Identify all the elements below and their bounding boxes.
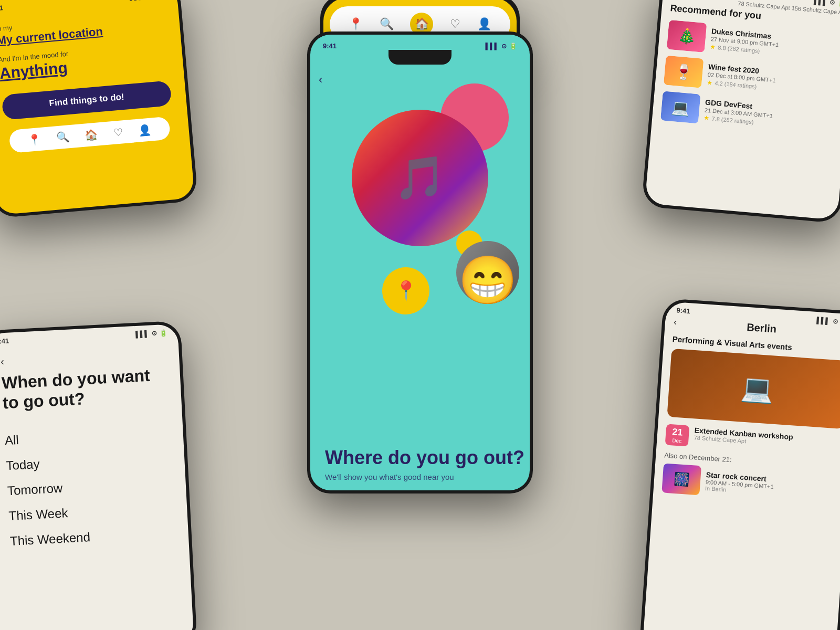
hero-laptop-icon: 💻 <box>740 372 775 405</box>
find-things-button[interactable]: Find things to do! <box>2 80 172 120</box>
status-icons-top-right: ▌▌▌ ⊙ 🔋 <box>814 0 840 7</box>
phone-bottom-right: 9:41 ▌▌▌ ⊙ 🔋 ‹ Berlin Performing & Visua… <box>639 298 840 630</box>
nav-heart-icon[interactable]: ♡ <box>113 125 123 139</box>
berlin-city-title: Berlin <box>747 321 777 335</box>
top-nav-heart-icon[interactable]: ♡ <box>450 17 460 31</box>
nav-profile-icon[interactable]: 👤 <box>138 123 152 136</box>
event-thumb-2: 🍷 <box>664 56 704 88</box>
event-img-1: 🎄 <box>667 20 707 52</box>
status-time-yellow: 9:41 <box>0 4 4 13</box>
top-nav-search-icon[interactable]: 🔍 <box>380 17 394 31</box>
person-image-circle: 😁 <box>456 241 519 304</box>
phone-center: 9:41 ▌▌▌ ⊙ 🔋 ‹ 🎵 😁 📍 Where do you go out… <box>307 32 533 494</box>
concert-info: Star rock concert 9:00 AM - 5:00 pm GMT+… <box>705 470 774 496</box>
event-img-2: 🍷 <box>664 56 704 88</box>
event-img-3: 💻 <box>660 91 701 123</box>
star-icon-3: ★ <box>704 114 710 122</box>
recommend-content: 78 Schultz Cape Apt 156 Schultz Cape Apt… <box>652 0 840 136</box>
when-options-list: All Today Tomorrow This Week This Weeken… <box>4 419 174 554</box>
phone-top-right: 9:41 ▌▌▌ ⊙ 🔋 78 Schultz Cape Apt 156 Sch… <box>642 0 840 224</box>
event-info-2: Wine fest 2020 02 Dec at 8:00 pm GMT+1 ★… <box>707 62 840 97</box>
status-icons-center: ▌▌▌ ⊙ 🔋 <box>485 43 517 50</box>
location-pin-yellow: 📍 <box>382 267 429 314</box>
event-info-1: Dukes Christmas 27 Nov at 9:00 pm GMT+1 … <box>710 27 840 62</box>
event-thumb-3: 💻 <box>660 91 701 123</box>
star-icon-1: ★ <box>710 43 716 50</box>
phone-yellow: 9:41 ▌▌▌ wifi 🔋 In my My current locatio… <box>0 0 198 218</box>
status-time-bottom-left: 9:41 <box>0 337 9 345</box>
kanban-info: Extended Kanban workshop 78 Schultz Cape… <box>694 426 793 447</box>
when-content: ‹ When do you want to go out? All Today … <box>0 338 190 563</box>
status-icons-bottom-left: ▌▌▌ ⊙ 🔋 <box>135 329 167 338</box>
date-badge: 21 Dec <box>665 424 690 447</box>
status-time-bottom-right: 9:41 <box>676 306 690 315</box>
nav-search-icon[interactable]: 🔍 <box>56 130 70 144</box>
when-title: When do you want to go out? <box>1 364 167 413</box>
event-hero-image: 💻 <box>667 349 840 429</box>
event-info-3: GDG DevFest 21 Dec at 3:00 AM GMT+1 ★ 7.… <box>704 98 838 133</box>
status-icons-bottom-right: ▌▌▌ ⊙ 🔋 <box>816 317 840 326</box>
phone-bottom-left: 9:41 ▌▌▌ ⊙ 🔋 ‹ When do you want to go ou… <box>0 320 197 630</box>
top-nav-profile-icon[interactable]: 👤 <box>477 17 491 31</box>
where-heading: Where do you go out? <box>325 447 524 468</box>
yellow-content: In my My current location And I'm in the… <box>0 0 191 165</box>
center-content: ‹ 🎵 😁 📍 Where do you go out? We'll show … <box>310 68 530 490</box>
back-button-bottom-left[interactable]: ‹ <box>1 347 165 368</box>
nav-location-icon[interactable]: 📍 <box>27 133 41 146</box>
berlin-content: ‹ Berlin Performing & Visual Arts events… <box>653 316 840 506</box>
pin-icon: 📍 <box>394 280 418 302</box>
nav-home-icon[interactable]: 🏠 <box>85 128 99 141</box>
notch <box>388 50 452 65</box>
status-time-center: 9:41 <box>323 42 337 50</box>
center-bottom-text: Where do you go out? We'll show you what… <box>325 447 524 481</box>
concert-image-circle: 🎵 <box>352 110 488 246</box>
event-day: 21 <box>668 426 687 438</box>
concert-thumb-icon: 🎆 <box>662 463 701 495</box>
center-subtext: We'll show you what's good near you <box>325 472 524 481</box>
also-section: Also on December 21: 🎆 Star rock concert… <box>662 451 840 505</box>
bottom-nav-yellow: 📍 🔍 🏠 ♡ 👤 <box>9 116 171 153</box>
event-thumb-1: 🎄 <box>667 20 707 52</box>
concert-silhouette-icon: 🎵 <box>394 153 446 203</box>
star-icon-2: ★ <box>707 78 713 86</box>
top-nav-location-icon[interactable]: 📍 <box>349 17 363 31</box>
kanban-event-row[interactable]: 21 Dec Extended Kanban workshop 78 Schul… <box>665 424 840 457</box>
event-month: Dec <box>667 437 687 444</box>
back-button-center[interactable]: ‹ <box>319 73 322 87</box>
person-emoji: 😁 <box>458 257 517 304</box>
back-button-berlin[interactable]: ‹ <box>673 317 677 328</box>
